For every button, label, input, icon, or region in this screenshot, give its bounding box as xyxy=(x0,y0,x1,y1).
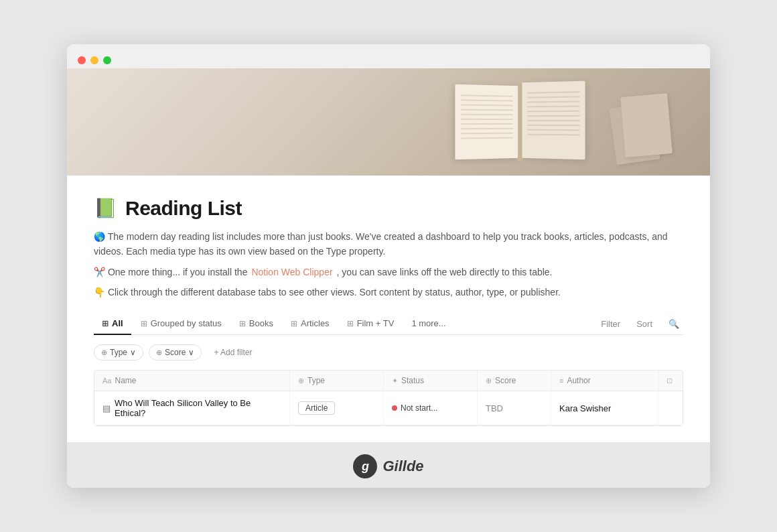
content-area: 📗 Reading List 🌎 The modern day reading … xyxy=(67,176,710,443)
type-filter-label: Type xyxy=(110,348,127,357)
tab-film-tv[interactable]: ⊞ Film + TV xyxy=(339,313,403,335)
td-status: Not start... xyxy=(384,391,478,425)
tab-more-label: 1 more... xyxy=(411,318,445,328)
tabs-right: Filter Sort 🔍 xyxy=(597,316,683,332)
type-filter-chip[interactable]: ⊕ Type ∨ xyxy=(94,344,143,360)
score-filter-icon: ⊕ xyxy=(156,348,162,357)
table-row[interactable]: ▤ Who Will Teach Silicon Valley to Be Et… xyxy=(94,391,683,425)
score-filter-chevron: ∨ xyxy=(188,348,194,357)
add-filter-label: + Add filter xyxy=(214,348,252,357)
footer: g Gillde xyxy=(67,442,710,488)
tab-all[interactable]: ⊞ All xyxy=(94,313,131,335)
tab-books[interactable]: ⊞ Books xyxy=(231,313,281,335)
row-name: Who Will Teach Silicon Valley to Be Ethi… xyxy=(115,398,281,418)
tab-grouped-by-status[interactable]: ⊞ Grouped by status xyxy=(133,313,230,335)
desc-text-3: 👇 Click through the different database t… xyxy=(94,285,561,300)
score-value: TBD xyxy=(486,403,503,413)
filter-row: ⊕ Type ∨ ⊕ Score ∨ + Add filter xyxy=(94,344,683,360)
book-lines-left xyxy=(461,94,513,142)
td-extra xyxy=(658,391,683,425)
logo-circle: g xyxy=(353,454,377,478)
tab-more[interactable]: 1 more... xyxy=(403,313,453,335)
desc-line-1: 🌎 The modern day reading list includes m… xyxy=(94,229,683,259)
tab-film-icon: ⊞ xyxy=(347,319,354,328)
td-type: Article xyxy=(290,391,384,425)
hero-banner xyxy=(67,68,710,176)
desc-text-1: 🌎 The modern day reading list includes m… xyxy=(94,229,683,259)
tab-articles-icon: ⊞ xyxy=(291,319,297,328)
stacked-book-front xyxy=(620,93,673,157)
th-name-icon: Aa xyxy=(102,377,111,385)
tab-all-icon: ⊞ xyxy=(102,319,109,328)
desc-line-2: ✂️ One more thing... if you install the … xyxy=(94,265,683,279)
th-name: Aa Name xyxy=(94,371,290,391)
th-score: ⊕ Score xyxy=(478,371,551,391)
logo-text: Gillde xyxy=(382,458,423,475)
author-value: Kara Swisher xyxy=(559,403,611,413)
td-score: TBD xyxy=(478,391,551,425)
description-block: 🌎 The modern day reading list includes m… xyxy=(94,229,683,300)
tab-books-icon: ⊞ xyxy=(239,319,246,328)
row-type-icon: ▤ xyxy=(102,403,111,413)
tab-articles-label: Articles xyxy=(301,318,330,328)
data-table: Aa Name ⊕ Type ✦ Status ⊕ Score ≡ Auth xyxy=(94,370,683,426)
th-author-label: Author xyxy=(567,376,590,385)
type-filter-icon: ⊕ xyxy=(101,348,107,357)
tab-grouped-icon: ⊞ xyxy=(141,319,147,328)
book-page-left xyxy=(455,84,518,159)
book-page-right xyxy=(522,80,585,159)
browser-window: 📗 Reading List 🌎 The modern day reading … xyxy=(67,44,710,488)
footer-logo: g Gillde xyxy=(353,454,423,478)
score-filter-label: Score xyxy=(165,348,186,357)
desc-line-3: 👇 Click through the different database t… xyxy=(94,285,683,300)
table-header: Aa Name ⊕ Type ✦ Status ⊕ Score ≡ Auth xyxy=(94,371,683,391)
tab-all-label: All xyxy=(112,318,123,328)
desc-text-2-suffix: , you can save links off the web directl… xyxy=(337,265,553,279)
status-dot xyxy=(392,405,397,411)
book-lines-right xyxy=(527,91,579,139)
hero-book-visual xyxy=(455,82,670,169)
desc-text-2-prefix: ✂️ One more thing... if you install the xyxy=(94,265,247,279)
search-button[interactable]: 🔍 xyxy=(664,316,683,332)
tabs-bar: ⊞ All ⊞ Grouped by status ⊞ Books ⊞ Arti… xyxy=(94,313,683,335)
td-author: Kara Swisher xyxy=(551,391,658,425)
tab-film-label: Film + TV xyxy=(357,318,395,328)
tab-books-label: Books xyxy=(249,318,273,328)
th-score-icon: ⊕ xyxy=(486,377,492,385)
open-book xyxy=(455,82,589,162)
dot-yellow[interactable] xyxy=(90,56,98,64)
th-status: ✦ Status xyxy=(384,371,478,391)
type-badge: Article xyxy=(298,401,335,415)
th-type-icon: ⊕ xyxy=(298,377,304,385)
th-extra-icon: ⊡ xyxy=(666,377,673,385)
th-score-label: Score xyxy=(495,376,516,385)
dot-green[interactable] xyxy=(103,56,111,64)
th-status-label: Status xyxy=(401,376,424,385)
type-filter-chevron: ∨ xyxy=(130,348,136,357)
page-title-row: 📗 Reading List xyxy=(94,197,683,220)
status-badge: Not start... xyxy=(392,403,437,413)
notion-web-clipper-link[interactable]: Notion Web Clipper xyxy=(251,265,332,279)
status-text: Not start... xyxy=(401,403,437,413)
th-extra: ⊡ xyxy=(658,371,683,391)
page-title: Reading List xyxy=(125,197,242,220)
th-status-icon: ✦ xyxy=(392,377,398,385)
page-icon: 📗 xyxy=(94,199,117,218)
td-name: ▤ Who Will Teach Silicon Valley to Be Et… xyxy=(94,391,290,425)
th-type: ⊕ Type xyxy=(290,371,384,391)
th-author: ≡ Author xyxy=(551,371,658,391)
add-filter-button[interactable]: + Add filter xyxy=(207,345,259,360)
tab-grouped-label: Grouped by status xyxy=(151,318,222,328)
tab-articles[interactable]: ⊞ Articles xyxy=(283,313,338,335)
dot-red[interactable] xyxy=(78,56,86,64)
th-type-label: Type xyxy=(307,376,325,385)
browser-chrome xyxy=(67,44,710,68)
filter-button[interactable]: Filter xyxy=(597,316,624,332)
sort-button[interactable]: Sort xyxy=(632,316,656,332)
score-filter-chip[interactable]: ⊕ Score ∨ xyxy=(149,344,202,360)
th-author-icon: ≡ xyxy=(559,377,563,385)
th-name-label: Name xyxy=(115,376,136,385)
